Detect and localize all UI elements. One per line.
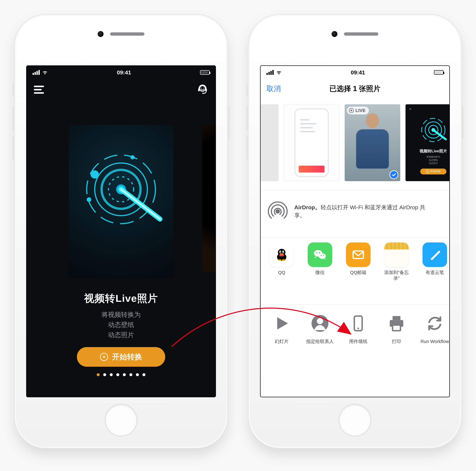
front-camera-icon bbox=[332, 31, 338, 37]
svg-rect-40 bbox=[392, 316, 400, 320]
status-bar: 09:41 bbox=[261, 66, 449, 79]
page-dot[interactable] bbox=[142, 373, 145, 376]
play-icon bbox=[269, 311, 294, 336]
stage: 09:41 bbox=[0, 0, 476, 471]
share-label: QQ bbox=[267, 270, 296, 275]
action-assign-contact[interactable]: 指定给联系人 bbox=[306, 311, 335, 344]
action-print[interactable]: 打印 bbox=[382, 311, 411, 344]
svg-rect-26 bbox=[279, 255, 284, 257]
share-label: QQ邮箱 bbox=[344, 270, 373, 275]
page-dot[interactable] bbox=[116, 373, 119, 376]
action-label: 幻灯片 bbox=[267, 339, 296, 344]
sensor-bar bbox=[98, 31, 144, 37]
thumbnail-3[interactable]: ≡ ☺ 视频转L bbox=[406, 104, 450, 181]
signal-icon bbox=[33, 70, 40, 75]
thumbnail-peek[interactable] bbox=[260, 104, 279, 181]
sensor-bar bbox=[332, 31, 378, 37]
mini-menu-icon: ≡ bbox=[409, 108, 410, 111]
signal-icon bbox=[267, 70, 274, 75]
mute-switch bbox=[12, 83, 15, 97]
svg-point-5 bbox=[202, 93, 204, 94]
nav-bar: 取消 已选择 1 张照片 bbox=[261, 80, 449, 97]
share-apps-row[interactable]: QQ 微信 QQ邮箱 bbox=[261, 243, 449, 298]
action-slideshow[interactable]: 幻灯片 bbox=[267, 311, 296, 344]
subtitle-line: 动态壁纸 bbox=[27, 320, 215, 330]
wallpaper-icon bbox=[346, 311, 371, 336]
mini-phone-icon bbox=[294, 108, 329, 177]
share-app-qq[interactable]: QQ bbox=[267, 243, 296, 275]
action-label: Run Workflow bbox=[420, 339, 449, 344]
svg-point-11 bbox=[91, 170, 99, 179]
device-frame-left: 09:41 bbox=[15, 15, 227, 448]
workflow-icon bbox=[423, 311, 447, 336]
feature-title: 视频转Live照片 bbox=[27, 292, 215, 305]
share-app-wechat[interactable]: 微信 bbox=[306, 243, 335, 275]
page-dot[interactable] bbox=[97, 373, 100, 376]
start-convert-button[interactable]: + 开始转换 bbox=[77, 347, 165, 367]
volume-up bbox=[12, 106, 15, 131]
action-label: 打印 bbox=[382, 339, 411, 344]
home-button[interactable] bbox=[105, 404, 137, 437]
svg-point-30 bbox=[319, 253, 326, 259]
page-dot[interactable] bbox=[129, 373, 132, 376]
power-button bbox=[227, 106, 230, 139]
earpiece-speaker bbox=[344, 32, 378, 36]
svg-point-1 bbox=[201, 88, 202, 89]
svg-point-33 bbox=[321, 255, 322, 256]
page-dot[interactable] bbox=[103, 373, 106, 376]
svg-point-34 bbox=[323, 255, 324, 256]
selected-check-icon bbox=[390, 170, 398, 179]
page-indicator bbox=[27, 373, 215, 376]
action-wallpaper[interactable]: 用作墙纸 bbox=[344, 311, 373, 344]
svg-rect-3 bbox=[198, 89, 200, 91]
airdrop-row[interactable]: AirDrop。轻点以打开 Wi-Fi 和蓝牙来通过 AirDrop 共享。 bbox=[261, 192, 449, 231]
divider bbox=[261, 190, 449, 190]
home-button[interactable] bbox=[339, 404, 371, 437]
mini-hud-icon bbox=[408, 114, 450, 146]
cta-label: 开始转换 bbox=[112, 352, 142, 362]
thumbnail-1[interactable] bbox=[284, 104, 340, 181]
subtitle-line: 动态照片 bbox=[27, 330, 215, 340]
mini-sub: 将视频转换为 动态壁纸 动态照片 bbox=[408, 155, 450, 165]
svg-point-31 bbox=[316, 252, 317, 253]
svg-point-12 bbox=[87, 197, 91, 202]
menu-button[interactable] bbox=[33, 86, 45, 94]
battery-icon bbox=[434, 70, 443, 75]
share-app-notes[interactable]: 添加到“备忘录” bbox=[382, 243, 411, 281]
cancel-button[interactable]: 取消 bbox=[267, 84, 281, 94]
svg-point-18 bbox=[276, 209, 280, 213]
status-time: 09:41 bbox=[117, 69, 131, 76]
nav-title: 已选择 1 张照片 bbox=[329, 84, 381, 94]
svg-point-2 bbox=[203, 88, 204, 89]
volume-down bbox=[246, 136, 249, 160]
share-sheet-screen: 09:41 取消 已选择 1 张照片 bbox=[260, 65, 450, 397]
airdrop-icon bbox=[267, 201, 288, 222]
share-label: 有道云笔 bbox=[420, 270, 449, 275]
page-dot[interactable] bbox=[110, 373, 113, 376]
share-app-youdao[interactable]: 有道云笔 bbox=[420, 243, 449, 275]
svg-point-37 bbox=[317, 318, 323, 324]
svg-point-0 bbox=[200, 86, 205, 91]
mini-cta: 开始转换 bbox=[420, 169, 446, 174]
airdrop-label: AirDrop。 bbox=[294, 204, 321, 211]
action-run-workflow[interactable]: Run Workflow bbox=[420, 311, 449, 344]
airdrop-text: AirDrop。轻点以打开 Wi-Fi 和蓝牙来通过 AirDrop 共享。 bbox=[294, 203, 428, 220]
svg-point-32 bbox=[319, 252, 320, 253]
svg-rect-42 bbox=[392, 325, 400, 331]
share-label: 添加到“备忘录” bbox=[382, 270, 411, 281]
thumbnail-row[interactable]: LIVE ≡ ☺ bbox=[261, 100, 449, 185]
mini-title: 视频转Live照片 bbox=[408, 148, 450, 154]
page-dot[interactable] bbox=[123, 373, 126, 376]
support-icon[interactable] bbox=[196, 83, 209, 96]
print-icon bbox=[384, 311, 409, 336]
mute-switch bbox=[246, 83, 249, 97]
svg-point-13 bbox=[130, 155, 135, 159]
share-app-qqmail[interactable]: QQ邮箱 bbox=[344, 243, 373, 275]
hero-carousel[interactable] bbox=[27, 120, 215, 283]
actions-row[interactable]: 幻灯片 指定给联系人 用作墙纸 打印 Run Workflow bbox=[261, 311, 449, 370]
wechat-icon bbox=[308, 243, 332, 267]
thumbnail-2-selected[interactable]: LIVE bbox=[345, 104, 400, 181]
app-screen: 09:41 bbox=[26, 65, 216, 397]
page-dot[interactable] bbox=[136, 373, 139, 376]
front-camera-icon bbox=[98, 31, 103, 37]
